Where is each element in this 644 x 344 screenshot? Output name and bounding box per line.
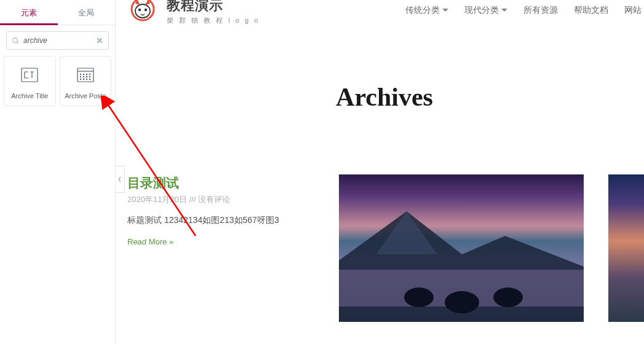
logo-icon bbox=[125, 0, 161, 23]
clear-icon[interactable]: ✕ bbox=[96, 36, 103, 45]
meta-separator: /// bbox=[189, 195, 197, 204]
search-input[interactable] bbox=[23, 36, 96, 45]
svg-point-8 bbox=[89, 74, 90, 74]
nav-item-traditional[interactable]: 传统分类 bbox=[405, 5, 448, 16]
nav-label: 帮助文档 bbox=[574, 5, 608, 16]
nav-label: 所有资源 bbox=[523, 5, 558, 16]
chevron-down-icon bbox=[501, 9, 507, 12]
widget-archive-posts[interactable]: Archive Posts bbox=[60, 56, 112, 106]
post-card[interactable]: 目录测试 2020年11月20日 /// 没有评论 标题测试 12342134如… bbox=[127, 174, 314, 322]
svg-point-10 bbox=[83, 76, 84, 77]
post-featured-image[interactable] bbox=[608, 174, 644, 322]
nav-item-site[interactable]: 网站 bbox=[624, 5, 642, 16]
post-date: 2020年11月20日 bbox=[127, 195, 187, 204]
search-container: ✕ bbox=[0, 25, 115, 56]
site-header: 教程演示 柴 郡 猫 教 程 l o g o 传统分类 现代分类 所有资源 帮助… bbox=[125, 0, 644, 26]
svg-point-19 bbox=[138, 9, 141, 11]
svg-point-14 bbox=[83, 79, 84, 79]
tab-elements[interactable]: 元素 bbox=[0, 0, 58, 25]
svg-point-22 bbox=[404, 287, 434, 307]
archive-posts-icon bbox=[63, 65, 109, 85]
svg-rect-2 bbox=[22, 68, 38, 82]
main-nav: 传统分类 现代分类 所有资源 帮助文档 网站 bbox=[405, 5, 644, 16]
svg-point-7 bbox=[86, 74, 87, 74]
svg-point-15 bbox=[86, 79, 87, 79]
chevron-down-icon bbox=[442, 9, 448, 12]
nav-item-docs[interactable]: 帮助文档 bbox=[574, 5, 608, 16]
svg-point-12 bbox=[89, 76, 90, 77]
panel-collapse-handle[interactable] bbox=[116, 166, 125, 193]
svg-point-6 bbox=[83, 74, 84, 74]
nav-label: 传统分类 bbox=[405, 5, 440, 16]
svg-point-9 bbox=[80, 76, 81, 77]
widget-label: Archive Posts bbox=[63, 92, 109, 100]
nav-item-resources[interactable]: 所有资源 bbox=[523, 5, 558, 16]
post-excerpt: 标题测试 12342134如图213如567呀图3 bbox=[127, 215, 314, 226]
site-logo[interactable]: 教程演示 柴 郡 猫 教 程 l o g o bbox=[125, 0, 260, 25]
post-meta: 2020年11月20日 /// 没有评论 bbox=[127, 194, 314, 205]
post-title[interactable]: 目录测试 bbox=[127, 174, 314, 192]
logo-title: 教程演示 bbox=[167, 0, 260, 15]
svg-point-20 bbox=[145, 9, 147, 11]
svg-point-23 bbox=[445, 291, 479, 313]
panel-tabs: 元素 全局 bbox=[0, 0, 115, 25]
svg-point-11 bbox=[86, 76, 87, 77]
post-comments: 没有评论 bbox=[198, 195, 230, 204]
archive-posts-list: 目录测试 2020年11月20日 /// 没有评论 标题测试 12342134如… bbox=[125, 174, 644, 322]
editor-left-panel: 元素 全局 ✕ Archive Title bbox=[0, 0, 116, 344]
archive-title-icon bbox=[7, 65, 53, 85]
widget-archive-title[interactable]: Archive Title bbox=[4, 56, 56, 106]
preview-canvas: 教程演示 柴 郡 猫 教 程 l o g o 传统分类 现代分类 所有资源 帮助… bbox=[125, 0, 644, 344]
logo-subtitle: 柴 郡 猫 教 程 l o g o bbox=[167, 16, 260, 25]
svg-point-24 bbox=[493, 287, 523, 307]
search-box: ✕ bbox=[6, 31, 109, 50]
nav-label: 网站 bbox=[624, 5, 642, 16]
svg-point-16 bbox=[89, 79, 90, 79]
post-featured-image[interactable] bbox=[339, 174, 584, 322]
svg-point-5 bbox=[80, 74, 81, 74]
widgets-grid: Archive Title Archive Posts bbox=[0, 56, 115, 106]
svg-line-1 bbox=[17, 42, 18, 44]
svg-rect-3 bbox=[78, 68, 93, 82]
svg-point-13 bbox=[80, 79, 81, 79]
widget-label: Archive Title bbox=[7, 92, 53, 100]
chevron-left-icon bbox=[118, 176, 122, 182]
svg-point-18 bbox=[135, 4, 150, 18]
svg-point-0 bbox=[13, 37, 18, 42]
nav-label: 现代分类 bbox=[464, 5, 499, 16]
search-icon bbox=[12, 37, 20, 45]
page-title: Archives bbox=[125, 82, 644, 112]
nav-item-modern[interactable]: 现代分类 bbox=[464, 5, 507, 16]
read-more-link[interactable]: Read More » bbox=[127, 237, 314, 246]
tab-global[interactable]: 全局 bbox=[58, 0, 116, 25]
